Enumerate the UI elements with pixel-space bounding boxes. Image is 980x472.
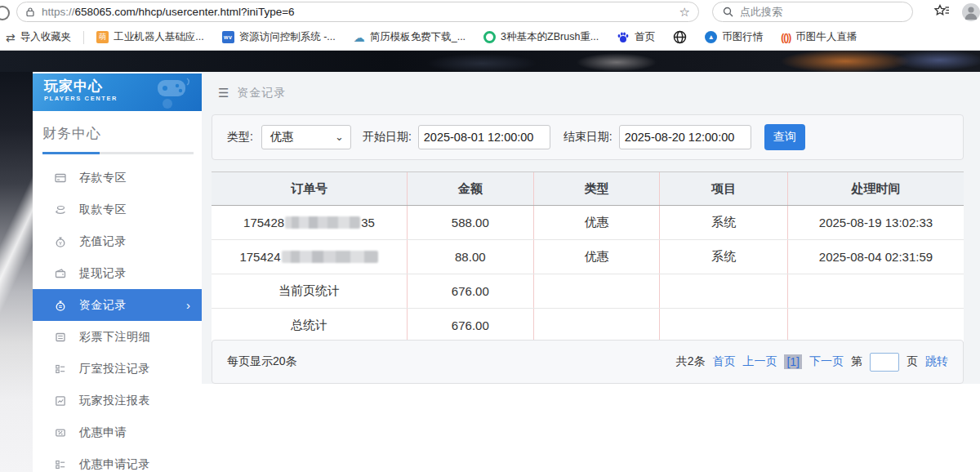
- amount-cell: 676.00: [407, 309, 533, 343]
- col-type: 类型: [533, 172, 660, 206]
- end-date-label: 结束日期:: [564, 130, 612, 145]
- reload-icon[interactable]: [0, 6, 10, 20]
- stats-label-cell: 当前页统计: [212, 274, 407, 309]
- table-row: 17542835 588.00 优惠 系统 2025-08-19 13:02:3…: [212, 206, 964, 240]
- bookmark-item[interactable]: (()) 币图牛人直播: [781, 30, 857, 44]
- sidebar-menu: 存款专区 取款专区 充值记录 提现记录 资金记录 › 彩票下注明细: [33, 162, 202, 472]
- triangle-icon: ▲: [705, 31, 717, 43]
- order-no-cell: 175424: [212, 240, 407, 274]
- type-select[interactable]: 优惠 ⌄: [261, 125, 351, 149]
- page: https://658065.com/hhcp/usercenter.html?…: [0, 0, 980, 472]
- breadcrumb: ☰ 资金记录: [202, 72, 980, 114]
- page-suffix-label: 页: [906, 354, 918, 369]
- table-header-row: 订单号 金额 类型 项目 处理时间: [212, 172, 964, 206]
- search-placeholder: 点此搜索: [740, 5, 782, 20]
- hand-money-icon: [54, 204, 67, 216]
- jump-link[interactable]: 跳转: [925, 354, 948, 369]
- current-page[interactable]: [1]: [784, 354, 802, 369]
- money-bag-icon: [54, 236, 67, 247]
- bookmark-item[interactable]: 首页: [617, 30, 655, 44]
- bookmark-import[interactable]: ⇄ 导入收藏夹: [9, 30, 71, 44]
- table-row-page-stats: 当前页统计 676.00: [212, 274, 964, 309]
- cloud-icon: ☁: [354, 31, 365, 44]
- project-cell: 系统: [660, 240, 788, 274]
- bookmark-star-icon[interactable]: ☆: [679, 6, 690, 18]
- bookmarks-separator: [83, 31, 84, 44]
- end-date-input[interactable]: [619, 125, 751, 149]
- chevron-right-icon: ›: [186, 299, 190, 311]
- coupon-icon: [54, 427, 67, 439]
- bookmark-item[interactable]: ▲ 币图行情: [705, 30, 763, 44]
- lock-icon: [25, 7, 35, 17]
- address-bar[interactable]: https://658065.com/hhcp/usercenter.html?…: [16, 2, 699, 22]
- sidebar-item-withdrawal-records[interactable]: 提现记录: [33, 257, 202, 289]
- bookmarks-bar: ⇄ 导入收藏夹 萌 工业机器人基础应... wv 资源访问控制系统 -... ☁…: [0, 24, 980, 51]
- wallet-icon: [54, 268, 67, 279]
- col-project: 项目: [660, 172, 788, 206]
- start-date-label: 开始日期:: [363, 130, 412, 145]
- amount-cell: 676.00: [407, 274, 533, 309]
- section-underline: [42, 152, 194, 154]
- hamburger-icon[interactable]: ☰: [218, 86, 229, 100]
- globe-icon: [673, 30, 687, 44]
- grid-list-icon: [54, 363, 67, 375]
- redacted-digits: [282, 251, 378, 263]
- chevron-down-icon: ⌄: [335, 134, 344, 140]
- content-panel: ☰ 资金记录 类型: 优惠 ⌄ 开始日期: 结束日期: 查询: [202, 72, 980, 384]
- sidebar-item-fund-records[interactable]: 资金记录 ›: [33, 289, 202, 321]
- col-amount: 金额: [407, 172, 533, 206]
- page-title: 资金记录: [237, 86, 286, 100]
- sidebar-item-hall-bet-records[interactable]: 厅室投注记录: [33, 353, 202, 385]
- first-page-link[interactable]: 首页: [712, 354, 735, 369]
- jump-page-input[interactable]: [870, 353, 899, 372]
- per-page-label: 每页显示20条: [227, 354, 297, 369]
- gamepad-icon: [154, 77, 197, 109]
- search-box[interactable]: 点此搜索: [712, 2, 913, 22]
- sidebar-item-lottery-bet-details[interactable]: 彩票下注明细: [33, 321, 202, 353]
- grid-list-icon: [54, 459, 67, 470]
- next-page-link[interactable]: 下一页: [809, 354, 844, 369]
- project-cell: 系统: [660, 206, 788, 240]
- start-date-input[interactable]: [418, 125, 550, 149]
- browser-chrome: https://658065.com/hhcp/usercenter.html?…: [0, 0, 980, 51]
- ring-icon: [483, 31, 496, 43]
- sidebar-header: 玩家中心 PLAYERS CENTER: [33, 73, 202, 111]
- document-list-icon: [54, 332, 67, 343]
- page-prefix-label: 第: [851, 354, 862, 369]
- fund-records-icon: [54, 300, 67, 311]
- pagination-controls: 共2条 首页 上一页 [1] 下一页 第 页 跳转: [676, 353, 948, 372]
- page-banner-image: [0, 51, 980, 72]
- type-cell: 优惠: [533, 206, 660, 240]
- bookmark-item[interactable]: 萌 工业机器人基础应...: [96, 30, 203, 44]
- prev-page-link[interactable]: 上一页: [742, 354, 777, 369]
- finance-center-label: 财务中心: [42, 126, 101, 141]
- query-button[interactable]: 查询: [764, 124, 805, 150]
- col-order-no: 订单号: [212, 172, 407, 206]
- browser-toolbar: https://658065.com/hhcp/usercenter.html?…: [0, 0, 980, 24]
- filter-bar: 类型: 优惠 ⌄ 开始日期: 结束日期: 查询: [212, 114, 964, 160]
- bookmark-item[interactable]: wv 资源访问控制系统 -...: [222, 30, 336, 44]
- sidebar-item-promo-apply-records[interactable]: 优惠申请记录: [33, 448, 202, 472]
- sidebar-section: 财务中心: [33, 111, 202, 154]
- time-cell: 2025-08-04 02:31:59: [787, 240, 964, 274]
- sidebar-item-withdraw-zone[interactable]: 取款专区: [33, 194, 202, 225]
- profile-avatar[interactable]: [962, 3, 980, 21]
- live-icon: (()): [781, 32, 791, 43]
- main-content: ☰ 资金记录 类型: 优惠 ⌄ 开始日期: 结束日期: 查询: [202, 72, 980, 472]
- table-row-total-stats: 总统计 676.00: [212, 309, 964, 343]
- table-row: 175424 88.00 优惠 系统 2025-08-04 02:31:59: [212, 240, 964, 274]
- favorites-list-icon[interactable]: [933, 4, 950, 19]
- sidebar: 玩家中心 PLAYERS CENTER 财务中心 存款专区 取款专区 充值记录: [33, 72, 202, 472]
- paw-icon: [617, 31, 630, 44]
- bookmark-item[interactable]: ☁ 简历模板免费下载_...: [354, 30, 466, 44]
- sidebar-item-player-bet-report[interactable]: 玩家投注报表: [33, 385, 202, 416]
- type-cell: 优惠: [533, 240, 660, 274]
- site-favicon: wv: [222, 31, 234, 43]
- bookmark-item[interactable]: 3种基本的ZBrush重...: [483, 30, 599, 44]
- sidebar-item-recharge-records[interactable]: 充值记录: [33, 225, 202, 257]
- bookmark-item-globe[interactable]: [673, 30, 687, 44]
- amount-cell: 588.00: [407, 206, 533, 240]
- url-text: https://658065.com/hhcp/usercenter.html?…: [42, 6, 679, 18]
- sidebar-item-deposit-zone[interactable]: 存款专区: [33, 162, 202, 194]
- sidebar-item-promo-apply[interactable]: 优惠申请: [33, 416, 202, 448]
